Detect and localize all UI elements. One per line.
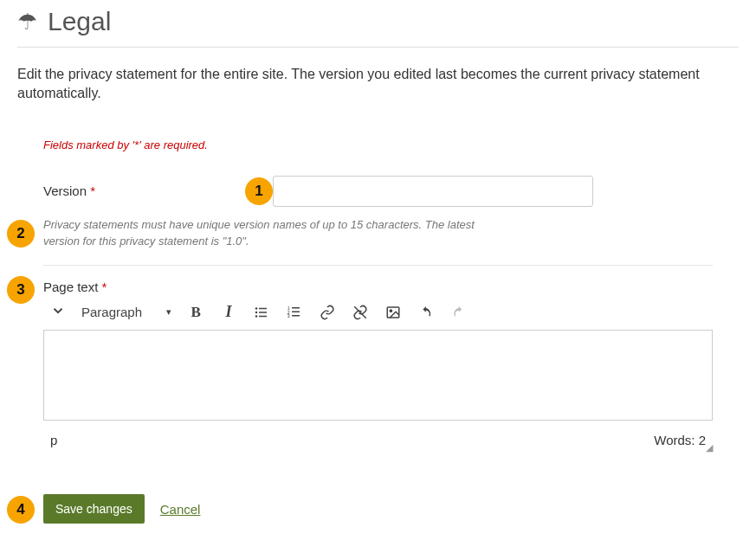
word-count: Words: 2: [654, 433, 706, 447]
version-input[interactable]: [273, 176, 593, 207]
redo-button[interactable]: [450, 304, 468, 321]
format-select[interactable]: Paragraph ▾: [81, 305, 171, 319]
umbrella-icon: ☂: [17, 9, 37, 35]
form-actions: 4 Save changes Cancel: [43, 494, 713, 524]
chevron-down-icon: ▾: [166, 306, 171, 318]
callout-4: 4: [7, 496, 35, 524]
editor-footer: p Words: 2 ◢: [43, 421, 713, 451]
resize-handle-icon[interactable]: ◢: [702, 442, 713, 453]
callout-2: 2: [7, 220, 35, 248]
form: Fields marked by '*' are required. Versi…: [17, 121, 739, 524]
cancel-button[interactable]: Cancel: [160, 502, 201, 517]
svg-point-0: [255, 307, 258, 310]
svg-point-14: [390, 310, 391, 312]
svg-rect-3: [259, 312, 267, 313]
svg-rect-11: [292, 315, 300, 317]
svg-rect-7: [292, 307, 300, 309]
undo-button[interactable]: [417, 304, 435, 321]
separator: [43, 265, 713, 266]
page-text-label: Page text *: [43, 280, 713, 294]
editor-path: p: [50, 433, 57, 447]
version-label: Version *: [43, 183, 273, 198]
bullet-list-button[interactable]: [253, 304, 270, 321]
bold-button[interactable]: B: [187, 304, 204, 321]
save-button[interactable]: Save changes: [43, 494, 145, 524]
rich-text-editor: Paragraph ▾ B I 123: [43, 299, 713, 451]
number-list-button[interactable]: 123: [286, 304, 303, 321]
version-field: Version * 1: [43, 176, 713, 207]
editor-textarea[interactable]: [43, 330, 713, 421]
svg-rect-1: [259, 308, 267, 310]
svg-rect-5: [259, 316, 267, 318]
link-button[interactable]: [319, 304, 336, 321]
svg-point-4: [255, 315, 258, 318]
svg-rect-9: [292, 311, 300, 312]
callout-1: 1: [245, 177, 273, 205]
svg-point-2: [255, 312, 258, 314]
toolbar-toggle-icon[interactable]: [50, 303, 66, 321]
unlink-button[interactable]: [352, 304, 369, 321]
callout-3: 3: [7, 276, 35, 304]
required-asterisk: *: [102, 280, 107, 294]
page-header: ☂ Legal: [17, 0, 739, 48]
svg-text:3: 3: [288, 313, 290, 318]
page-title: Legal: [48, 7, 111, 36]
editor-toolbar: Paragraph ▾ B I 123: [43, 299, 713, 325]
page-description: Edit the privacy statement for the entir…: [17, 48, 739, 121]
required-fields-note: Fields marked by '*' are required.: [43, 138, 713, 151]
version-help-text: Privacy statements must have unique vers…: [43, 217, 511, 250]
image-button[interactable]: [384, 304, 402, 321]
required-asterisk: *: [90, 183, 95, 198]
italic-button[interactable]: I: [220, 304, 237, 321]
